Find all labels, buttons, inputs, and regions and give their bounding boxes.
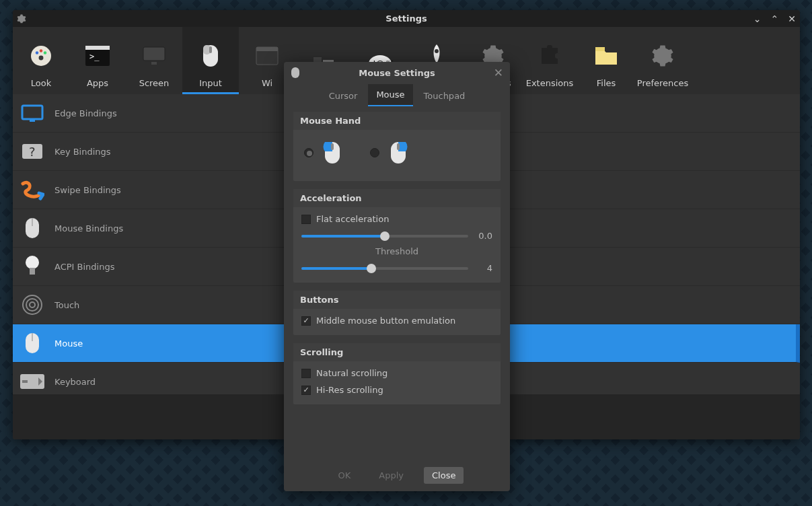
- svg-point-4: [39, 56, 44, 61]
- slider-thumb-icon[interactable]: [380, 231, 390, 241]
- acceleration-value: 0.0: [475, 231, 492, 241]
- radio-left-icon: [304, 148, 313, 157]
- svg-rect-47: [331, 143, 334, 150]
- window-maximize-icon[interactable]: ⌃: [771, 14, 779, 24]
- svg-text:>_: >_: [89, 52, 100, 61]
- flat-acceleration-checkbox[interactable]: Flat acceleration: [301, 214, 492, 224]
- acpi-bindings-icon: [20, 254, 45, 279]
- sidebar-item-label: Mouse: [54, 338, 83, 349]
- dialog-tab-touchpad[interactable]: Touchpad: [416, 85, 474, 106]
- dialog-tabs: Cursor Mouse Touchpad: [284, 83, 510, 106]
- tab-look-label: Look: [31, 78, 51, 88]
- mouse-item-icon: [20, 330, 45, 356]
- svg-rect-27: [555, 53, 560, 59]
- threshold-slider[interactable]: 4: [301, 263, 492, 273]
- sidebar-item-label: Edge Bindings: [54, 108, 117, 118]
- slider-fill: [301, 235, 385, 238]
- middle-button-emulation-checkbox[interactable]: ✓ Middle mouse button emulation: [301, 316, 492, 326]
- checkbox-icon: [301, 215, 311, 224]
- ok-button[interactable]: OK: [330, 467, 359, 484]
- slider-track: [301, 267, 468, 270]
- middle-button-label: Middle mouse button emulation: [316, 316, 455, 326]
- window-minimize-icon[interactable]: ⌄: [753, 14, 762, 24]
- sidebar-item-label: Key Bindings: [54, 147, 111, 157]
- section-buttons-title: Buttons: [293, 291, 501, 309]
- terminal-icon: >_: [83, 42, 112, 70]
- tab-preferences[interactable]: Preferences: [634, 27, 691, 94]
- dialog-title: Mouse Settings: [284, 68, 510, 78]
- svg-point-3: [44, 51, 47, 55]
- svg-text:?: ?: [29, 145, 36, 159]
- hires-scrolling-label: Hi-Res scrolling: [316, 385, 383, 395]
- sidebar-item-label: Keyboard: [54, 377, 96, 387]
- svg-point-2: [40, 49, 43, 52]
- tab-files[interactable]: Files: [578, 27, 634, 94]
- svg-rect-12: [209, 46, 212, 53]
- edge-bindings-icon: [20, 100, 45, 126]
- section-acceleration: Acceleration Flat acceleration 0.0 Thres…: [293, 189, 501, 283]
- svg-rect-30: [30, 120, 35, 122]
- svg-point-38: [26, 299, 38, 311]
- gear-icon: [13, 14, 30, 24]
- flat-acceleration-label: Flat acceleration: [316, 214, 389, 224]
- svg-rect-45: [291, 67, 299, 78]
- tab-input[interactable]: Input: [182, 27, 239, 94]
- tab-extensions-label: Extensions: [526, 78, 574, 88]
- section-acceleration-title: Acceleration: [293, 189, 501, 207]
- window-icon: [253, 42, 281, 70]
- tab-files-label: Files: [597, 78, 616, 88]
- acceleration-slider[interactable]: 0.0: [301, 231, 492, 241]
- slider-fill: [301, 267, 371, 270]
- tab-screen[interactable]: Screen: [126, 27, 182, 94]
- svg-point-22: [435, 49, 439, 53]
- mouse-hand-right-option[interactable]: [370, 141, 408, 165]
- dialog-close-icon[interactable]: ✕: [494, 66, 503, 79]
- sidebar-item-label: Touch: [54, 300, 79, 310]
- tab-extensions[interactable]: Extensions: [521, 27, 578, 94]
- mouse-hand-left-option[interactable]: [304, 141, 342, 165]
- mouse-right-icon: [389, 141, 408, 165]
- hires-scrolling-checkbox[interactable]: ✓ Hi-Res scrolling: [301, 385, 492, 395]
- dialog-header[interactable]: Mouse Settings ✕: [284, 62, 510, 83]
- mouse-icon: [196, 42, 225, 70]
- sidebar-item-label: ACPI Bindings: [54, 262, 114, 272]
- section-mouse-hand: Mouse Hand: [293, 112, 501, 181]
- section-scrolling-title: Scrolling: [293, 343, 501, 361]
- svg-rect-8: [143, 47, 165, 61]
- folder-icon: [592, 42, 620, 70]
- settings-title: Settings: [13, 13, 800, 24]
- dialog-tab-cursor[interactable]: Cursor: [321, 85, 366, 106]
- sidebar-item-label: Mouse Bindings: [54, 223, 123, 233]
- svg-rect-9: [151, 62, 157, 65]
- svg-rect-29: [22, 106, 42, 119]
- svg-rect-36: [30, 268, 35, 275]
- svg-rect-43: [22, 380, 28, 383]
- tab-apps-label: Apps: [87, 78, 108, 88]
- apply-button[interactable]: Apply: [371, 467, 412, 484]
- tab-apps[interactable]: >_ Apps: [69, 27, 126, 94]
- checkbox-icon: [301, 369, 311, 378]
- puzzle-icon: [536, 42, 564, 70]
- window-close-icon[interactable]: ✕: [788, 14, 796, 24]
- tab-input-label: Input: [199, 78, 222, 88]
- dialog-body: Mouse Hand: [284, 106, 510, 459]
- tab-look[interactable]: Look: [13, 27, 69, 94]
- mouse-settings-dialog: Mouse Settings ✕ Cursor Mouse Touchpad M…: [284, 62, 510, 491]
- gear-large2-icon: [649, 42, 677, 70]
- dialog-tab-mouse[interactable]: Mouse: [368, 84, 412, 106]
- svg-point-1: [36, 51, 39, 55]
- threshold-label: Threshold: [301, 246, 492, 256]
- monitor-icon: [140, 42, 168, 70]
- checkbox-icon: ✓: [301, 386, 311, 395]
- touch-icon: [20, 292, 45, 318]
- section-buttons: Buttons ✓ Middle mouse button emulation: [293, 291, 501, 335]
- slider-track: [301, 235, 468, 238]
- slider-thumb-icon[interactable]: [367, 264, 376, 273]
- svg-point-35: [26, 256, 39, 269]
- settings-titlebar[interactable]: Settings ⌄ ⌃ ✕: [13, 10, 800, 27]
- close-button[interactable]: Close: [424, 467, 464, 484]
- svg-point-39: [30, 302, 35, 308]
- mouse-bindings-icon: [20, 215, 45, 241]
- svg-rect-26: [547, 45, 552, 50]
- natural-scrolling-checkbox[interactable]: Natural scrolling: [301, 368, 492, 378]
